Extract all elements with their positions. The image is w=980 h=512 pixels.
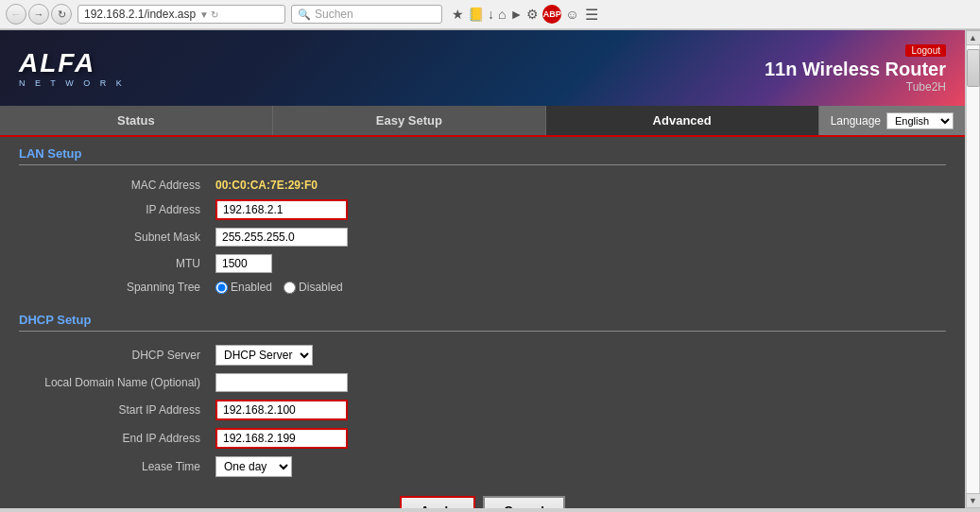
abp-badge[interactable]: ABP	[542, 5, 561, 24]
lease-time-label: Lease Time	[19, 452, 208, 481]
subnet-mask-value-cell	[208, 224, 946, 250]
action-buttons: Apply Cancel	[19, 496, 946, 508]
alfa-logo-text: ALFA	[19, 48, 126, 78]
bookmark-icon[interactable]: 📒	[468, 7, 484, 22]
spanning-tree-row: Spanning Tree Enabled Disabled	[19, 277, 946, 298]
tab-status[interactable]: Status	[0, 106, 273, 135]
local-domain-label: Local Domain Name (Optional)	[19, 369, 208, 396]
content-area: LAN Setup MAC Address 00:C0:CA:7E:29:F0 …	[0, 137, 965, 508]
mac-address-label: MAC Address	[19, 175, 208, 196]
spanning-disabled-label[interactable]: Disabled	[284, 281, 343, 294]
spanning-disabled-radio[interactable]	[284, 282, 296, 294]
back-button[interactable]: ←	[6, 4, 26, 25]
router-name: 11n Wireless Router	[765, 59, 946, 80]
spanning-enabled-text: Enabled	[231, 281, 272, 294]
lan-setup-table: MAC Address 00:C0:CA:7E:29:F0 IP Address…	[19, 175, 946, 298]
search-bar-container[interactable]: 🔍 Suchen	[291, 5, 442, 24]
settings-icon[interactable]: ⚙	[526, 7, 539, 22]
dhcp-setup-table: DHCP Server DHCP Server Disabled DHCP Re…	[19, 341, 946, 481]
spanning-tree-value-cell: Enabled Disabled	[208, 277, 946, 298]
section-gap	[19, 298, 946, 313]
language-selector: Language English Chinese	[819, 106, 965, 135]
lease-time-dropdown[interactable]: One day Half day One hour	[215, 456, 292, 477]
dhcp-server-row: DHCP Server DHCP Server Disabled DHCP Re…	[19, 341, 946, 369]
end-ip-input[interactable]	[215, 428, 348, 449]
page-wrapper: ALFA N E T W O R K Logout 11n Wireless R…	[0, 30, 965, 508]
end-ip-row: End IP Address	[19, 424, 946, 452]
address-text: 192.168.2.1/index.asp	[84, 8, 196, 21]
spanning-enabled-label[interactable]: Enabled	[215, 281, 272, 294]
spanning-disabled-text: Disabled	[299, 281, 343, 294]
lan-setup-header[interactable]: LAN Setup	[19, 146, 946, 165]
spanning-tree-label: Spanning Tree	[19, 277, 208, 298]
router-info: Logout 11n Wireless Router Tube2H	[765, 43, 946, 94]
ip-address-row: IP Address	[19, 196, 946, 224]
language-label: Language	[831, 114, 881, 128]
end-ip-label: End IP Address	[19, 424, 208, 452]
mac-address-text: 00:C0:CA:7E:29:F0	[215, 179, 318, 192]
dhcp-server-label: DHCP Server	[19, 341, 208, 369]
apply-button[interactable]: Apply	[400, 496, 475, 508]
start-ip-input[interactable]	[215, 400, 348, 420]
logout-button[interactable]: Logout	[905, 44, 946, 57]
alfa-logo: ALFA N E T W O R K	[19, 48, 126, 88]
search-icon: 🔍	[298, 9, 311, 21]
dropdown-arrow-icon: ▼	[199, 9, 209, 20]
smiley-icon[interactable]: ☺	[565, 7, 578, 22]
ip-address-label: IP Address	[19, 196, 208, 224]
subnet-mask-label: Subnet Mask	[19, 224, 208, 250]
mtu-value-cell	[208, 250, 946, 277]
search-placeholder: Suchen	[315, 8, 353, 21]
start-ip-label: Start IP Address	[19, 396, 208, 424]
tab-advanced[interactable]: Advanced	[546, 106, 819, 135]
nav-buttons: ← → ↻	[6, 4, 72, 25]
menu-button[interactable]: ☰	[585, 6, 598, 24]
alfa-network-text: N E T W O R K	[19, 78, 126, 88]
start-ip-row: Start IP Address	[19, 396, 946, 424]
mac-address-row: MAC Address 00:C0:CA:7E:29:F0	[19, 175, 946, 196]
mtu-input[interactable]	[215, 254, 272, 273]
send-icon[interactable]: ►	[509, 7, 523, 22]
subnet-mask-input[interactable]	[215, 228, 348, 247]
download-icon[interactable]: ↓	[488, 7, 494, 22]
ip-address-value-cell	[208, 196, 946, 224]
spanning-tree-radio-group: Enabled Disabled	[215, 281, 938, 294]
reload-button[interactable]: ↻	[51, 4, 72, 25]
start-ip-value-cell	[208, 396, 946, 424]
lease-time-value-cell: One day Half day One hour	[208, 452, 946, 481]
nav-tabs: Status Easy Setup Advanced Language Engl…	[0, 106, 965, 137]
end-ip-value-cell	[208, 424, 946, 452]
scroll-track[interactable]	[966, 45, 980, 493]
local-domain-row: Local Domain Name (Optional)	[19, 369, 946, 396]
header-banner: ALFA N E T W O R K Logout 11n Wireless R…	[0, 30, 965, 106]
main-content: ALFA N E T W O R K Logout 11n Wireless R…	[0, 30, 980, 508]
star-icon[interactable]: ★	[452, 7, 464, 22]
dhcp-server-dropdown[interactable]: DHCP Server Disabled DHCP Relay	[215, 345, 313, 366]
cancel-button[interactable]: Cancel	[483, 496, 565, 508]
forward-button[interactable]: →	[28, 4, 49, 25]
language-dropdown[interactable]: English Chinese	[886, 112, 954, 129]
lease-time-row: Lease Time One day Half day One hour	[19, 452, 946, 481]
tab-easy-setup[interactable]: Easy Setup	[273, 106, 546, 135]
browser-toolbar: ← → ↻ 192.168.2.1/index.asp ▼ ↻ 🔍 Suchen…	[0, 0, 980, 29]
subnet-mask-row: Subnet Mask	[19, 224, 946, 250]
local-domain-value-cell	[208, 369, 946, 396]
browser-chrome: ← → ↻ 192.168.2.1/index.asp ▼ ↻ 🔍 Suchen…	[0, 0, 980, 30]
ip-address-input[interactable]	[215, 199, 348, 220]
address-bar[interactable]: 192.168.2.1/index.asp ▼ ↻	[77, 5, 285, 24]
mac-address-value: 00:C0:CA:7E:29:F0	[208, 175, 946, 196]
dhcp-setup-header[interactable]: DHCP Setup	[19, 313, 946, 332]
local-domain-input[interactable]	[215, 373, 348, 392]
refresh-icon[interactable]: ↻	[211, 9, 218, 20]
browser-toolbar-icons: ★ 📒 ↓ ⌂ ► ⚙ ABP ☺ ☰	[452, 5, 598, 24]
home-icon[interactable]: ⌂	[498, 7, 506, 22]
address-bar-icons: ▼ ↻	[199, 9, 218, 20]
scroll-up-button[interactable]: ▲	[966, 30, 981, 45]
scrollbar: ▲ ▼	[965, 30, 980, 508]
mtu-label: MTU	[19, 250, 208, 277]
scroll-down-button[interactable]: ▼	[966, 493, 981, 508]
scroll-thumb[interactable]	[967, 49, 980, 87]
router-model: Tube2H	[765, 80, 946, 94]
spanning-enabled-radio[interactable]	[215, 282, 228, 294]
dhcp-server-value-cell: DHCP Server Disabled DHCP Relay	[208, 341, 946, 369]
